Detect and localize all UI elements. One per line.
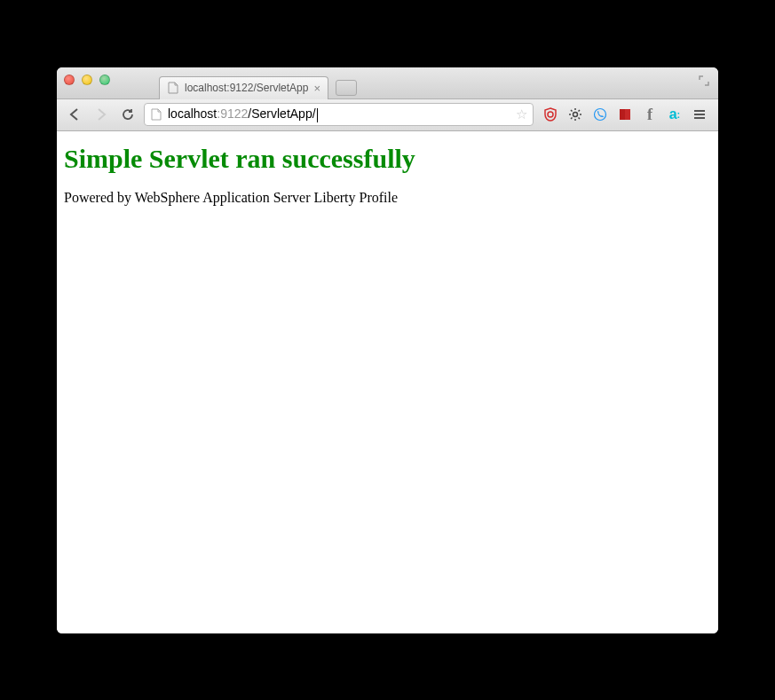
- forward-button[interactable]: [91, 104, 112, 125]
- url-path: /ServletApp/: [248, 106, 315, 121]
- titlebar: localhost:9122/ServletApp ×: [57, 67, 718, 99]
- minimize-window-button[interactable]: [82, 75, 92, 85]
- page-subtext: Powered by WebSphere Application Server …: [64, 190, 711, 206]
- traffic-lights: [64, 75, 110, 85]
- new-tab-button[interactable]: [336, 80, 357, 96]
- phone-extension-icon[interactable]: [592, 106, 608, 122]
- text-cursor: [317, 108, 318, 122]
- extension-icons: f a:: [539, 106, 711, 122]
- page-heading: Simple Servlet ran successfully: [64, 144, 711, 174]
- svg-point-0: [548, 112, 553, 117]
- url-text: localhost:9122/ServletApp/: [168, 106, 510, 122]
- site-info-icon[interactable]: [150, 108, 162, 121]
- browser-tab[interactable]: localhost:9122/ServletApp ×: [159, 76, 328, 99]
- page-favicon-icon: [167, 82, 179, 94]
- bookmark-star-icon[interactable]: ☆: [516, 106, 527, 122]
- fullscreen-icon[interactable]: [699, 75, 709, 89]
- toolbar: localhost:9122/ServletApp/ ☆: [57, 99, 718, 131]
- page-content: Simple Servlet ran successfully Powered …: [57, 131, 718, 633]
- svg-rect-4: [620, 109, 625, 120]
- facebook-extension-icon[interactable]: f: [642, 106, 658, 122]
- tab-close-button[interactable]: ×: [313, 82, 320, 95]
- red-extension-icon[interactable]: [617, 106, 633, 122]
- close-window-button[interactable]: [64, 75, 75, 85]
- ublock-icon[interactable]: [542, 106, 558, 122]
- annotation-extension-icon[interactable]: a:: [667, 106, 683, 122]
- reload-button[interactable]: [117, 104, 138, 125]
- back-button[interactable]: [64, 104, 85, 125]
- address-bar[interactable]: localhost:9122/ServletApp/ ☆: [144, 103, 534, 126]
- url-host: localhost: [168, 106, 217, 121]
- url-port: :9122: [217, 106, 248, 121]
- maximize-window-button[interactable]: [99, 75, 110, 85]
- menu-button[interactable]: [692, 106, 708, 122]
- settings-gear-icon[interactable]: [567, 106, 583, 122]
- tab-title: localhost:9122/ServletApp: [185, 82, 308, 94]
- browser-window: localhost:9122/ServletApp ×: [57, 67, 718, 633]
- svg-point-1: [573, 113, 578, 117]
- svg-point-2: [595, 109, 606, 121]
